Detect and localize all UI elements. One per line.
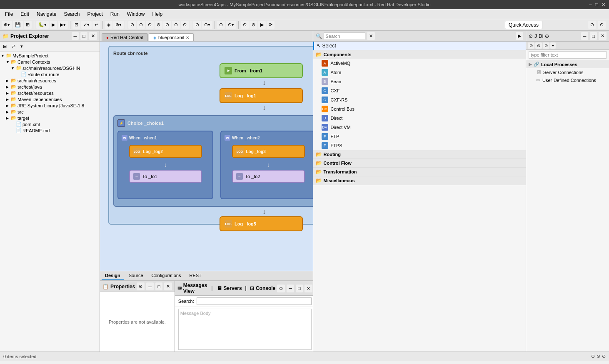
local-processes-header[interactable]: ▶ 🔗 Local Processes (526, 60, 609, 68)
menu-run[interactable]: Run (107, 10, 123, 18)
toolbar-debug[interactable]: 🐛▾ (36, 21, 49, 29)
conn-btn4[interactable]: ▾ (550, 42, 556, 49)
tree-mysampleproject[interactable]: ▼ 📁 MySampleProject (1, 52, 99, 59)
menu-project[interactable]: Project (84, 10, 106, 18)
msg-body-field[interactable]: Message Body (178, 309, 312, 350)
conn-btn3[interactable]: ⊙ (543, 42, 549, 49)
pe-collapse-all[interactable]: ⊟ (1, 42, 9, 50)
palette-filter-input[interactable] (529, 51, 607, 59)
minimize-button[interactable]: – (589, 2, 592, 7)
toolbar-btn14[interactable]: ⊙ (181, 21, 189, 29)
tree-pom[interactable]: 📄 pom.xml (1, 121, 99, 127)
components-section-header[interactable]: 📂 Components (313, 50, 526, 59)
quick-access-box[interactable]: Quick Access (505, 21, 542, 29)
canvas-area[interactable]: Route cbr-route ▶ From _from1 ↓ LOG Log … (100, 42, 313, 271)
toolbar-btn13[interactable]: ⊙ (172, 21, 180, 29)
toolbar-btn16[interactable]: ⊙▾ (202, 21, 212, 29)
toolbar-btn18[interactable]: ⊙▾ (226, 21, 236, 29)
msg-minimize[interactable]: ─ (287, 285, 294, 292)
tab-blueprint-xml[interactable]: ◈ blueprint.xml ✕ (149, 33, 194, 41)
toolbar-btn7[interactable]: ⊕▾ (113, 21, 124, 29)
toolbar-btn22[interactable]: ⟳ (267, 21, 275, 29)
node-log2[interactable]: LOG Log _log2 (129, 145, 202, 158)
tree-camel-contexts[interactable]: ▼ 📂 Camel Contexts (1, 59, 99, 65)
pe-maximize[interactable]: □ (80, 32, 87, 40)
msg-btn1[interactable]: ⊙ (277, 285, 285, 292)
msg-search-input[interactable] (197, 297, 312, 305)
node-log5[interactable]: LOG Log _log5 (220, 216, 303, 231)
comp-atom[interactable]: A Atom (313, 68, 526, 77)
comp-palette-expand[interactable]: ▶ (516, 32, 523, 40)
comp-ftps[interactable]: F FTPS (313, 141, 526, 150)
toolbar-btn15[interactable]: ⊙ (193, 21, 201, 29)
toolbar-btn10[interactable]: ⊙ (146, 21, 154, 29)
toolbar-btn20[interactable]: ⊙ (250, 21, 257, 29)
servers-label[interactable]: Servers (224, 285, 242, 291)
pe-close[interactable]: ✕ (89, 32, 97, 40)
comp-bean[interactable]: B Bean (313, 77, 526, 86)
btab-source[interactable]: Source (125, 272, 147, 280)
prop-minimize[interactable]: ─ (146, 282, 154, 290)
close-button[interactable]: ✕ (602, 2, 606, 7)
toolbar-btn19[interactable]: ⊙ (241, 21, 249, 29)
prop-btn1[interactable]: ⊙ (137, 282, 145, 290)
tab-redhat-central[interactable]: ● Red Hat Central (102, 33, 148, 41)
controlflow-header[interactable]: 📂 Control Flow (313, 159, 526, 167)
menu-help[interactable]: Help (149, 10, 166, 18)
btab-rest[interactable]: REST (186, 272, 205, 280)
comp-ftp[interactable]: F FTP (313, 132, 526, 141)
palette-minimize[interactable]: ─ (581, 32, 589, 40)
tree-readme[interactable]: 📄 README.md (1, 127, 99, 134)
tree-src-main[interactable]: ▼ 📁 src/main/resources/OSGI-IN (1, 65, 99, 71)
tab-blueprint-close[interactable]: ✕ (186, 35, 189, 40)
node-to2[interactable]: → To _to2 (232, 170, 305, 183)
toolbar-save-all[interactable]: ⊞ (24, 21, 32, 29)
comp-cxf[interactable]: C CXF (313, 86, 526, 95)
tree-src-main-res[interactable]: ▶ 📂 src/main/resources (1, 77, 99, 84)
toolbar-perspective-btn2[interactable]: ⊙ (598, 21, 606, 29)
toolbar-save[interactable]: 💾 (13, 21, 23, 29)
msg-maximize[interactable]: □ (296, 285, 303, 292)
routing-header[interactable]: 📂 Routing (313, 150, 526, 158)
node-to1[interactable]: → To _to1 (129, 170, 202, 183)
toolbar-btn9[interactable]: ⊙ (137, 21, 145, 29)
toolbar-new[interactable]: ⊕▾ (2, 21, 12, 29)
node-log1[interactable]: LOG Log _log1 (220, 88, 303, 103)
tree-src-test-res[interactable]: ▶ 📂 src/test/resources (1, 90, 99, 96)
pe-menu[interactable]: ▾ (18, 42, 25, 50)
btab-design[interactable]: Design (102, 272, 124, 280)
btab-configurations[interactable]: Configurations (148, 272, 185, 280)
toolbar-btn17[interactable]: ⊙ (217, 21, 225, 29)
comp-controlbus[interactable]: CB Control Bus (313, 104, 526, 114)
tree-jre[interactable]: ▶ 📂 JRE System Library [JavaSE-1.8 (1, 102, 99, 109)
transformation-header[interactable]: 📂 Transformation (313, 168, 526, 176)
tree-src[interactable]: ▶ 📂 src (1, 109, 99, 115)
toolbar-btn21[interactable]: ▶ (258, 21, 266, 29)
node-log3[interactable]: LOG Log _log3 (232, 145, 305, 158)
menu-search[interactable]: Search (60, 10, 83, 18)
comp-cxfrs[interactable]: C CXF-RS (313, 95, 526, 104)
node-from[interactable]: ▶ From _from1 (220, 63, 303, 78)
palette-close[interactable]: ✕ (599, 32, 607, 40)
maximize-button[interactable]: □ (595, 2, 598, 7)
toolbar-run[interactable]: ▶ (50, 21, 57, 29)
menu-window[interactable]: Window (124, 10, 148, 18)
menu-edit[interactable]: Edit (17, 10, 32, 18)
menu-navigate[interactable]: Navigate (33, 10, 60, 18)
comp-directvm[interactable]: DV Direct VM (313, 123, 526, 132)
tree-src-test-java[interactable]: ▶ 📂 src/test/java (1, 84, 99, 90)
prop-maximize[interactable]: □ (155, 282, 162, 290)
pe-minimize[interactable]: ─ (72, 32, 79, 40)
tree-route[interactable]: 📄 Route cbr-route (1, 71, 99, 77)
comp-clear-btn[interactable]: ✕ (367, 32, 375, 40)
select-row[interactable]: ↖ Select (313, 42, 526, 50)
conn-btn1[interactable]: ⊙ (528, 42, 534, 49)
toolbar-perspective-btn1[interactable]: ⊙ (588, 21, 596, 29)
pe-link[interactable]: ⇌ (10, 42, 17, 50)
comp-direct[interactable]: D Direct (313, 114, 526, 123)
misc-header[interactable]: 📂 Miscellaneous (313, 176, 526, 185)
server-connections-item[interactable]: 🖥 Server Connections (526, 68, 609, 76)
toolbar-btn12[interactable]: ⊙ (163, 21, 171, 29)
toolbar-btn4[interactable]: ✓▾ (81, 21, 92, 29)
tree-target[interactable]: ▶ 📂 target (1, 115, 99, 121)
